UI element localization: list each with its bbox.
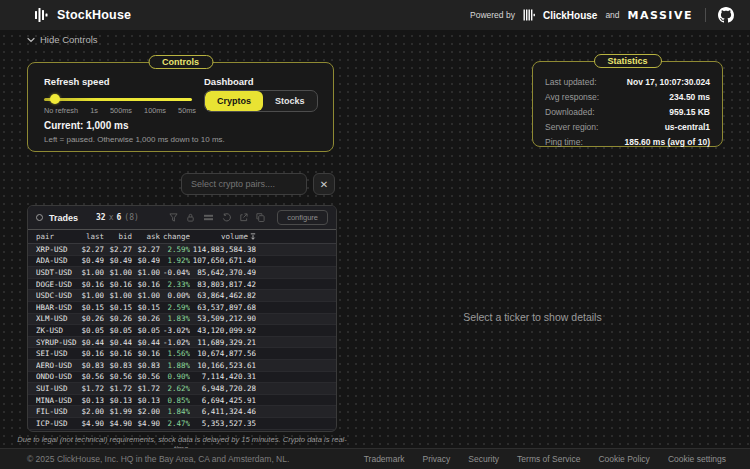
- cell-volume: 10,674,877.56: [190, 349, 256, 358]
- cell-volume: 85,642,370.49: [190, 268, 256, 277]
- footer-links: TrademarkPrivacySecurityTerms of Service…: [364, 454, 726, 464]
- col-header-last[interactable]: last: [78, 232, 104, 241]
- table-row[interactable]: ZK-USD $0.05 $0.05 $0.05 -3.02% 43,120,0…: [28, 325, 336, 337]
- cell-volume: 43,120,099.92: [190, 326, 256, 335]
- slider-hint: Left = paused. Otherwise 1,000 ms down t…: [44, 135, 225, 144]
- statistic-row: Last updated: Nov 17, 10:07:30.024: [533, 74, 722, 89]
- col-header-bid[interactable]: bid: [104, 232, 132, 241]
- cell-pair: SEI-USD: [36, 349, 78, 358]
- cell-bid: $0.16: [104, 280, 132, 289]
- cell-volume: 63,537,897.68: [190, 303, 256, 312]
- trades-titlebar: Trades 32 x 6 (8): [28, 206, 336, 230]
- table-row[interactable]: ICP-USD $4.90 $4.90 $4.90 2.47% 5,353,52…: [28, 418, 336, 430]
- cell-bid: $0.49: [104, 256, 132, 265]
- table-row[interactable]: HBAR-USD $0.15 $0.15 $0.15 2.59% 63,537,…: [28, 302, 336, 314]
- lock-icon[interactable]: [186, 213, 195, 222]
- statistic-label: Server region:: [545, 122, 598, 132]
- undo-refresh-icon[interactable]: [222, 213, 231, 222]
- slider-tick-labels: No refresh1s500ms100ms50ms: [44, 106, 196, 115]
- cell-pair: ICP-USD: [36, 419, 78, 428]
- table-row[interactable]: FIL-USD $2.00 $1.99 $2.00 1.84% 6,411,32…: [28, 406, 336, 418]
- col-header-ask[interactable]: ask: [132, 232, 160, 241]
- cell-change: -1.02%: [160, 338, 190, 347]
- cell-change: 0.85%: [160, 396, 190, 405]
- controls-panel: Controls Refresh speed No refresh1s500ms…: [27, 62, 334, 152]
- footer-link-privacy[interactable]: Privacy: [422, 454, 450, 464]
- footer-link-cookie-settings[interactable]: Cookie settings: [668, 454, 726, 464]
- cell-ask: $0.05: [132, 326, 160, 335]
- copy-icon[interactable]: [256, 213, 265, 222]
- cell-ask: $1.00: [132, 291, 160, 300]
- times-sign: x: [109, 213, 114, 222]
- dashboard-option-cryptos[interactable]: Cryptos: [205, 91, 263, 111]
- stockhouse-logo-icon: [34, 7, 50, 23]
- cell-last: $4.90: [78, 419, 104, 428]
- rows-icon[interactable]: [203, 213, 214, 222]
- table-row[interactable]: USDT-USD $1.00 $1.00 $1.00 -0.04% 85,642…: [28, 267, 336, 279]
- cell-bid: $0.26: [104, 314, 132, 323]
- clickhouse-wordmark[interactable]: ClickHouse: [543, 10, 597, 21]
- cell-last: $0.83: [78, 361, 104, 370]
- github-icon[interactable]: [718, 7, 734, 23]
- table-row[interactable]: XRP-USD $2.27 $2.27 $2.27 2.59% 114,883,…: [28, 244, 336, 256]
- statistic-row: Ping time: 185.60 ms (avg of 10): [533, 135, 722, 150]
- statistic-row: Downloaded: 959.15 KB: [533, 104, 722, 119]
- cell-last: $0.16: [78, 280, 104, 289]
- cell-last: $0.16: [78, 349, 104, 358]
- trades-table-card: Trades 32 x 6 (8): [27, 205, 337, 432]
- refresh-speed-slider[interactable]: [44, 94, 192, 104]
- clear-selection-button[interactable]: ✕: [313, 173, 335, 195]
- external-link-icon[interactable]: [239, 213, 248, 222]
- cell-ask: $0.15: [132, 303, 160, 312]
- row-count: 32: [96, 213, 106, 222]
- slider-tick-label: No refresh: [44, 106, 78, 115]
- cell-last: $0.15: [78, 303, 104, 312]
- cell-change: 2.47%: [160, 419, 190, 428]
- cell-volume: 114,883,584.38: [190, 245, 256, 254]
- table-row[interactable]: SUI-USD $1.72 $1.72 $1.72 2.62% 6,948,72…: [28, 383, 336, 395]
- filter-icon[interactable]: [169, 213, 178, 222]
- table-row[interactable]: USDC-USD $1.00 $1.00 $1.00 0.00% 63,864,…: [28, 290, 336, 302]
- crypto-pairs-select-input[interactable]: [181, 173, 307, 195]
- hide-controls-toggle[interactable]: Hide Controls: [27, 34, 98, 45]
- cell-change: -0.04%: [160, 268, 190, 277]
- footer-link-terms-of-service[interactable]: Terms of Service: [517, 454, 580, 464]
- cell-ask: $0.49: [132, 256, 160, 265]
- cell-ask: $2.00: [132, 407, 160, 416]
- cell-pair: SYRUP-USD: [36, 338, 78, 347]
- table-row[interactable]: XLM-USD $0.26 $0.26 $0.26 1.83% 53,509,2…: [28, 314, 336, 326]
- col-header-volume[interactable]: volume: [190, 232, 256, 241]
- table-row[interactable]: SYRUP-USD $0.44 $0.44 $0.44 -1.02% 11,68…: [28, 337, 336, 349]
- cell-pair: ADA-USD: [36, 256, 78, 265]
- cell-bid: $0.16: [104, 349, 132, 358]
- cell-pair: ONDO-USD: [36, 372, 78, 381]
- slider-tick-label: 500ms: [110, 106, 132, 115]
- footer-link-cookie-policy[interactable]: Cookie Policy: [598, 454, 650, 464]
- col-header-pair[interactable]: pair: [36, 232, 78, 241]
- table-row[interactable]: ADA-USD $0.49 $0.49 $0.49 1.92% 107,650,…: [28, 256, 336, 268]
- footer-link-trademark[interactable]: Trademark: [364, 454, 405, 464]
- massive-wordmark[interactable]: MASSIVE: [628, 9, 693, 22]
- configure-button[interactable]: configure: [277, 210, 328, 225]
- table-row[interactable]: MINA-USD $0.13 $0.13 $0.13 0.85% 6,694,4…: [28, 395, 336, 407]
- footer-link-security[interactable]: Security: [468, 454, 499, 464]
- cell-change: 1.56%: [160, 349, 190, 358]
- status-circle-icon: [36, 214, 43, 221]
- col-header-change[interactable]: change: [160, 232, 190, 241]
- table-row[interactable]: DOGE-USD $0.16 $0.16 $0.16 2.33% 83,803,…: [28, 279, 336, 291]
- dashboard-option-stocks[interactable]: Stocks: [263, 91, 317, 111]
- cell-pair: FIL-USD: [36, 407, 78, 416]
- slider-thumb[interactable]: [50, 94, 60, 104]
- cell-change: 1.92%: [160, 256, 190, 265]
- cell-ask: $0.44: [132, 338, 160, 347]
- cell-bid: $0.05: [104, 326, 132, 335]
- powered-by-label: Powered by: [470, 10, 515, 20]
- table-row[interactable]: AERO-USD $0.83 $0.83 $0.83 1.88% 10,166,…: [28, 360, 336, 372]
- slider-tick-label: 100ms: [144, 106, 166, 115]
- cell-ask: $0.26: [132, 314, 160, 323]
- table-row[interactable]: ONDO-USD $0.56 $0.56 $0.56 0.90% 7,114,4…: [28, 372, 336, 384]
- table-row[interactable]: SEI-USD $0.16 $0.16 $0.16 1.56% 10,674,8…: [28, 348, 336, 360]
- cell-change: 2.59%: [160, 245, 190, 254]
- statistic-label: Last updated:: [545, 77, 597, 87]
- cell-last: $2.00: [78, 407, 104, 416]
